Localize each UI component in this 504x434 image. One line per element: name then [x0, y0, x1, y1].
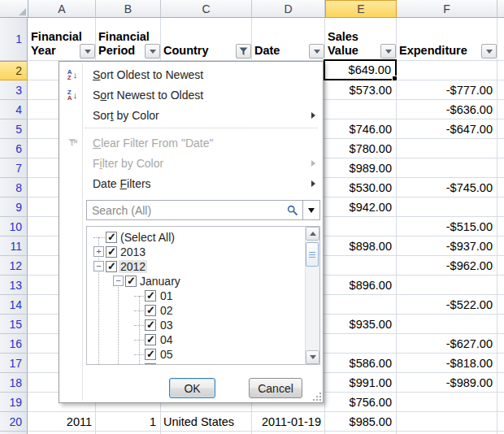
tree-item-2013[interactable]: + 2013 — [87, 245, 305, 259]
row-header-4[interactable]: 4 — [0, 100, 28, 119]
row-header-3[interactable]: 3 — [0, 80, 28, 100]
cell-E11[interactable]: $898.00 — [326, 237, 392, 256]
fill-handle[interactable] — [392, 76, 398, 81]
cell-F10[interactable]: -$515.00 — [398, 217, 493, 237]
filter-dropdown-button-A[interactable] — [80, 44, 95, 59]
tree-scrollbar[interactable] — [305, 227, 319, 364]
cell-E6[interactable]: $780.00 — [326, 139, 392, 158]
tree-item-day-04[interactable]: 04 — [87, 332, 305, 347]
tree-label[interactable]: January — [138, 275, 182, 288]
row-header-9[interactable]: 9 — [0, 197, 28, 217]
cell-E7[interactable]: $989.00 — [326, 158, 392, 178]
checkbox-01[interactable] — [145, 290, 156, 302]
cancel-button[interactable]: Cancel — [249, 378, 302, 398]
select-all-corner[interactable] — [0, 0, 28, 18]
checkbox-04[interactable] — [145, 334, 156, 345]
cell-A1-financial-year-header[interactable]: Financial Year — [28, 18, 96, 60]
row-header-10[interactable]: 10 — [0, 217, 28, 237]
tree-label[interactable]: 05 — [159, 348, 175, 361]
cell-E3[interactable]: $573.00 — [326, 80, 392, 100]
collapse-icon[interactable]: − — [113, 276, 124, 286]
filter-dropdown-button-B[interactable] — [145, 44, 160, 59]
menu-item-sort-newest-to-oldest[interactable]: ZA↓ Sort Newest to Oldest — [60, 85, 322, 105]
cell-B1-financial-period-header[interactable]: Financial Period — [96, 18, 161, 60]
cell-E5[interactable]: $746.00 — [326, 119, 392, 139]
filter-dropdown-button-F[interactable] — [481, 44, 497, 59]
row-header-18[interactable]: 18 — [0, 373, 28, 393]
row-header-14[interactable]: 14 — [0, 295, 28, 315]
cell-F12[interactable]: -$962.00 — [398, 256, 493, 276]
row-header-15[interactable]: 15 — [0, 315, 28, 334]
menu-item-sort-by-color[interactable]: Sort by Color — [60, 105, 322, 125]
tree-label[interactable]: 04 — [159, 333, 175, 346]
cell-E18[interactable]: $991.00 — [326, 373, 392, 393]
menu-item-sort-oldest-to-newest[interactable]: AZ↓ Sort Oldest to Newest — [60, 64, 322, 85]
checkbox-03[interactable] — [145, 319, 156, 331]
row-header-17[interactable]: 17 — [0, 354, 28, 373]
tree-label[interactable]: 02 — [159, 304, 175, 317]
cell-F5[interactable]: -$647.00 — [398, 119, 493, 139]
row-header-20[interactable]: 20 — [0, 412, 28, 432]
row-header-12[interactable]: 12 — [0, 256, 28, 276]
cell-C1-country-header[interactable]: Country — [161, 18, 252, 60]
checkbox-02[interactable] — [145, 305, 156, 316]
cell-D20[interactable]: 2011-01-19 — [253, 412, 321, 432]
row-header-16[interactable]: 16 — [0, 334, 28, 354]
tree-item-day-03[interactable]: 03 — [87, 318, 305, 332]
cell-F14[interactable]: -$522.00 — [398, 295, 493, 315]
tree-label[interactable]: 2013 — [119, 245, 147, 258]
checkbox-2013[interactable] — [106, 246, 117, 258]
row-header-11[interactable]: 11 — [0, 237, 28, 256]
cell-F8[interactable]: -$745.00 — [398, 178, 493, 197]
tree-label[interactable]: 01 — [159, 289, 175, 302]
row-header-6[interactable]: 6 — [0, 139, 28, 158]
search-scope-dropdown-button[interactable] — [302, 200, 320, 220]
column-header-F[interactable]: F — [397, 0, 497, 18]
tree-item-january[interactable]: − January — [87, 274, 305, 289]
tree-item-partial[interactable] — [87, 362, 305, 365]
cell-F1-expenditure-header[interactable]: Expenditure — [397, 18, 497, 60]
cell-F3[interactable]: -$777.00 — [398, 80, 493, 100]
cell-E15[interactable]: $935.00 — [326, 315, 392, 334]
tree-label[interactable]: (Select All) — [119, 231, 176, 244]
tree-item-day-01[interactable]: 01 — [87, 289, 305, 303]
row-header-8[interactable]: 8 — [0, 178, 28, 197]
column-header-B[interactable]: B — [96, 0, 161, 18]
row-header-13[interactable]: 13 — [0, 276, 28, 295]
tree-item-2012[interactable]: − 2012 — [87, 259, 305, 274]
collapse-icon[interactable]: − — [93, 261, 104, 271]
row-header-5[interactable]: 5 — [0, 119, 28, 139]
column-header-E[interactable]: E — [325, 0, 397, 18]
column-header-A[interactable]: A — [28, 0, 96, 18]
scroll-down-button[interactable] — [306, 350, 319, 364]
cell-B20[interactable]: 1 — [97, 412, 156, 432]
row-header-2[interactable]: 2 — [0, 61, 28, 80]
row-header-7[interactable]: 7 — [0, 158, 28, 178]
cell-E17[interactable]: $586.00 — [326, 354, 392, 373]
column-header-D[interactable]: D — [252, 0, 325, 18]
checkbox-partial[interactable] — [145, 363, 156, 365]
cell-E19[interactable]: $756.00 — [326, 393, 392, 412]
scrollbar-thumb[interactable] — [306, 242, 319, 267]
active-cell-E2[interactable]: $649.00 — [324, 59, 397, 80]
cell-D1-date-header[interactable]: Date — [252, 18, 325, 60]
cell-E1-sales-value-header[interactable]: Sales Value — [325, 18, 397, 60]
cell-A20[interactable]: 2011 — [29, 412, 92, 432]
resize-grip[interactable] — [312, 392, 321, 401]
checkbox-2012[interactable] — [106, 261, 117, 272]
cell-E13[interactable]: $896.00 — [326, 276, 392, 295]
expand-icon[interactable]: + — [93, 246, 104, 257]
cell-E9[interactable]: $942.00 — [326, 197, 392, 217]
search-input[interactable]: Search (All) — [86, 200, 303, 220]
checkbox-january[interactable] — [125, 276, 137, 287]
ok-button[interactable]: OK — [169, 378, 215, 398]
menu-item-date-filters[interactable]: Date Filters — [60, 173, 322, 193]
tree-item-select-all[interactable]: (Select All) — [87, 230, 305, 245]
checkbox-05[interactable] — [145, 349, 156, 360]
cell-F11[interactable]: -$937.00 — [398, 237, 493, 256]
tree-item-day-02[interactable]: 02 — [87, 303, 305, 318]
cell-C20[interactable]: United States — [163, 412, 250, 432]
scroll-up-button[interactable] — [306, 227, 319, 241]
cell-E20[interactable]: $985.00 — [326, 412, 392, 432]
column-header-C[interactable]: C — [161, 0, 252, 18]
